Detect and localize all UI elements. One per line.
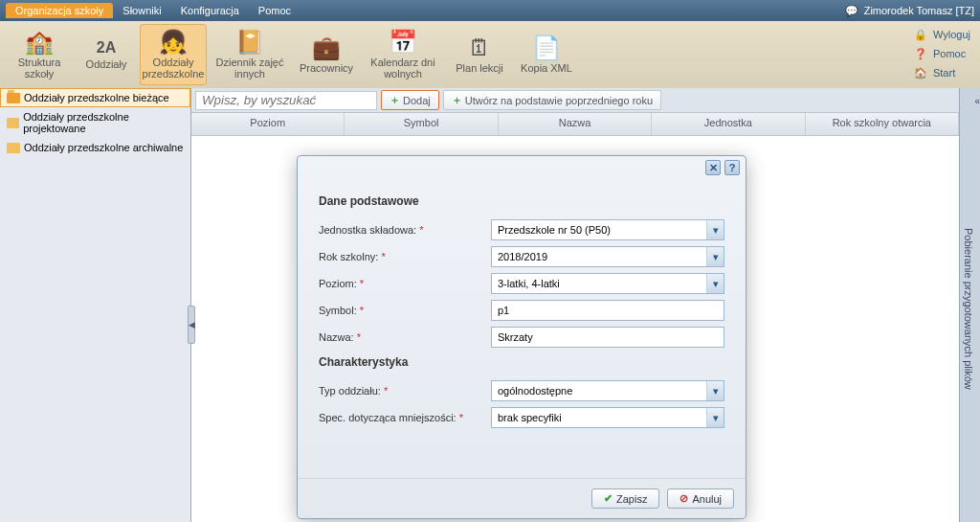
col-jednostka[interactable]: Jednostka [652,113,805,135]
save-button[interactable]: ✔Zapisz [591,488,659,509]
link-label: Pomoc [933,48,966,59]
plus-icon: ＋ [452,93,462,107]
col-poziom[interactable]: Poziom [191,113,345,135]
chevron-down-icon[interactable]: ▾ [706,274,724,293]
dialog-help-button[interactable]: ? [724,160,740,175]
chevron-down-icon[interactable]: ▾ [706,408,724,427]
content-toolbar: ＋Dodaj ＋Utwórz na podstawie poprzedniego… [191,88,959,113]
help-icon: ❓ [914,47,927,60]
dialog-footer: ✔Zapisz ⊘Anuluj [298,478,746,518]
chevron-down-icon[interactable]: ▾ [706,381,724,400]
search-input[interactable] [195,91,377,110]
sidebar-item-label: Oddziały przedszkolne projektowane [23,111,184,134]
ribbon-label: Struktura szkoły [6,57,73,79]
field-symbol[interactable]: p1 [491,300,724,321]
main-area: Oddziały przedszkolne bieżące Oddziały p… [0,88,980,522]
menu-tab-org[interactable]: Organizacja szkoły [6,3,113,18]
sidebar-item-label: Oddziały przedszkolne bieżące [24,92,169,103]
sidebar-item-biezace[interactable]: Oddziały przedszkolne bieżące [0,88,190,107]
sidebar: Oddziały przedszkolne bieżące Oddziały p… [0,88,191,522]
label-symbol: Symbol: * [319,305,491,316]
col-nazwa[interactable]: Nazwa [499,113,652,135]
help-link[interactable]: ❓Pomoc [914,44,970,63]
class-icon: 2A [97,39,116,57]
ribbon-label: Dziennik zajęć innych [207,57,293,79]
xml-icon: 📄 [532,35,561,60]
right-rail[interactable]: « Pobieranie przygotowanych plików [959,88,980,522]
school-icon: 🏫 [25,30,54,55]
field-value: brak specyfiki [498,412,562,423]
label-rok: Rok szkolny: * [319,251,491,262]
section-char: Charakterystyka [319,355,724,369]
menu-tab-help[interactable]: Pomoc [249,3,301,18]
button-label: Anuluj [692,493,722,505]
briefcase-icon: 💼 [312,35,341,60]
ribbon-struktura[interactable]: 🏫Struktura szkoły [6,24,73,85]
schedule-icon: 🗓 [468,35,491,60]
ribbon-label: Oddziały [86,58,127,70]
grid-header: Poziom Symbol Nazwa Jednostka Rok szkoln… [191,113,959,136]
ribbon-oddzialy[interactable]: 2AOddziały [73,24,140,85]
user-label: 💬 Zimorodek Tomasz [TZ] [845,5,974,17]
ribbon-przedszkolne[interactable]: 👧Oddziały przedszkolne [140,24,207,85]
start-link[interactable]: 🏠Start [914,63,970,82]
add-button[interactable]: ＋Dodaj [381,90,439,110]
splitter-handle[interactable]: ◀ [188,306,195,344]
label-nazwa: Nazwa: * [319,331,491,343]
menu-tab-config[interactable]: Konfiguracja [171,3,249,18]
user-name: Zimorodek Tomasz [TZ] [864,5,974,16]
ribbon-pracownicy[interactable]: 💼Pracownicy [293,24,360,85]
field-spec[interactable]: brak specyfiki▾ [491,407,724,428]
ribbon-plan[interactable]: 🗓Plan lekcji [446,24,513,85]
sidebar-item-archiwalne[interactable]: Oddziały przedszkolne archiwalne [0,138,190,157]
menu-bar: Organizacja szkoły Słowniki Konfiguracja… [0,0,980,21]
label-poziom: Poziom: * [319,278,491,289]
ribbon-xml[interactable]: 📄Kopia XML [513,24,580,85]
field-rok[interactable]: 2018/2019▾ [491,246,724,267]
ribbon-label: Kopia XML [521,62,572,74]
sidebar-item-projektowane[interactable]: Oddziały przedszkolne projektowane [0,107,190,138]
ribbon-label: Pracownicy [300,62,353,74]
dialog-header: ✕ ? [298,156,746,179]
user-icon: 💬 [845,5,858,17]
field-value: 3-latki, 4-latki [498,278,560,289]
lock-icon: 🔒 [914,28,927,41]
edit-dialog: ✕ ? Dane podstawowe Jednostka składowa: … [297,155,746,519]
sidebar-item-label: Oddziały przedszkolne archiwalne [24,142,183,153]
folder-icon [7,143,20,153]
ribbon-kalendarz[interactable]: 📅Kalendarz dni wolnych [360,24,446,85]
button-label: Dodaj [403,95,431,106]
ribbon-right-links: 🔒Wyloguj ❓Pomoc 🏠Start [914,25,970,82]
chevron-left-icon: « [974,96,980,106]
button-label: Utwórz na podstawie poprzedniego roku [465,95,653,106]
content-area: ◀ ＋Dodaj ＋Utwórz na podstawie poprzednie… [191,88,959,522]
folder-open-icon [7,93,20,103]
field-poziom[interactable]: 3-latki, 4-latki▾ [491,273,724,294]
check-icon: ✔ [604,492,612,505]
ribbon-label: Plan lekcji [456,62,503,74]
field-nazwa[interactable]: Skrzaty [491,327,724,348]
field-jednostka[interactable]: Przedszkole nr 50 (P50)▾ [491,219,724,240]
logout-link[interactable]: 🔒Wyloguj [914,25,970,44]
ribbon-dziennik[interactable]: 📔Dziennik zajęć innych [207,24,293,85]
cancel-icon: ⊘ [679,492,688,505]
button-label: Zapisz [616,493,647,505]
col-rok[interactable]: Rok szkolny otwarcia [806,113,959,135]
field-value: Przedszkole nr 50 (P50) [498,224,611,236]
rail-label: Pobieranie przygotowanych plików [963,228,974,390]
field-typ[interactable]: ogólnodostępne▾ [491,380,724,401]
add-prev-button[interactable]: ＋Utwórz na podstawie poprzedniego roku [443,90,661,110]
dialog-close-button[interactable]: ✕ [705,160,721,175]
col-symbol[interactable]: Symbol [345,113,498,135]
label-jednostka: Jednostka składowa: * [319,224,491,236]
menu-tab-slowniki[interactable]: Słowniki [113,3,170,18]
home-icon: 🏠 [914,66,927,79]
journal-icon: 📔 [235,30,264,55]
chevron-down-icon[interactable]: ▾ [706,247,724,266]
dialog-body: Dane podstawowe Jednostka składowa: * Pr… [298,179,746,478]
cancel-button[interactable]: ⊘Anuluj [667,488,734,509]
chevron-down-icon[interactable]: ▾ [706,220,724,239]
kids-icon: 👧 [159,30,188,55]
ribbon-label: Kalendarz dni wolnych [360,57,446,79]
plus-icon: ＋ [390,93,400,107]
